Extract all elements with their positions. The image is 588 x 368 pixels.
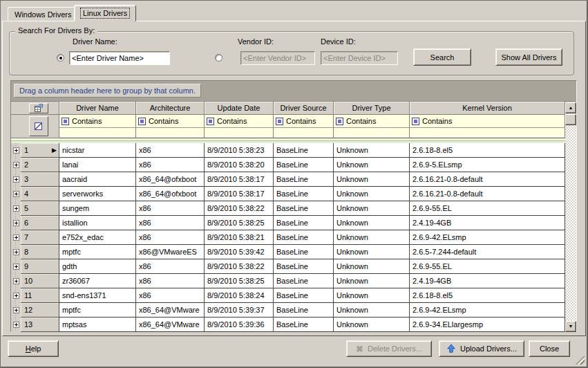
vertical-scrollbar[interactable]: ▲ ▼ — [565, 102, 576, 332]
filter-condition-icon[interactable] — [412, 118, 419, 125]
cell-kernel-version[interactable]: 2.6.9-42.ELsmp — [410, 230, 565, 245]
column-header-driver-name[interactable]: Driver Name — [59, 102, 136, 115]
column-header-driver-type[interactable]: Driver Type — [334, 102, 410, 115]
row-header-cell[interactable]: 9 — [21, 259, 59, 274]
cell-driver-source[interactable]: BaseLine — [274, 143, 334, 158]
expand-icon[interactable] — [13, 234, 19, 241]
row-header-cell[interactable]: 4 — [21, 187, 59, 201]
cell-kernel-version[interactable]: 2.6.18-8.el5 — [410, 143, 565, 158]
cell-driver-name[interactable]: nicstar — [59, 143, 136, 158]
expand-icon[interactable] — [13, 249, 19, 255]
cell-driver-type[interactable]: Unknown — [334, 318, 410, 332]
cell-driver-source[interactable]: BaseLine — [274, 201, 334, 216]
cell-architecture[interactable]: x86 — [136, 201, 205, 216]
cell-driver-source[interactable]: BaseLine — [274, 245, 334, 259]
table-row[interactable]: 1 ▶ nicstar x86 8/9/2010 5:38:23 BaseLin… — [11, 143, 565, 158]
cell-update-date[interactable]: 8/9/2010 5:39:36 — [205, 318, 274, 332]
cell-driver-type[interactable]: Unknown — [334, 172, 410, 187]
filter-condition-kernel-version[interactable]: Contains — [410, 115, 565, 128]
row-header-cell[interactable]: 1 ▶ — [21, 143, 59, 158]
cell-driver-name[interactable]: mptfc — [59, 245, 136, 259]
cell-update-date[interactable]: 8/9/2010 5:38:25 — [205, 274, 274, 288]
vendor-device-radio[interactable] — [215, 54, 222, 62]
help-button[interactable]: Help — [8, 340, 59, 357]
cell-architecture[interactable]: x86_64@VMware — [136, 318, 205, 332]
table-row[interactable]: 2 lanai x86 8/9/2010 5:38:20 BaseLine Un… — [11, 158, 565, 172]
cell-driver-type[interactable]: Unknown — [334, 245, 410, 259]
filter-input-update-date[interactable] — [205, 128, 274, 138]
cell-driver-source[interactable]: BaseLine — [274, 158, 334, 172]
scroll-down-button[interactable]: ▼ — [565, 321, 576, 332]
cell-update-date[interactable]: 8/9/2010 5:38:22 — [205, 201, 274, 216]
cell-update-date[interactable]: 8/9/2010 5:38:23 — [205, 143, 274, 158]
cell-driver-name[interactable]: snd-ens1371 — [59, 288, 136, 303]
tab-windows-drivers[interactable]: Windows Drivers — [8, 7, 79, 21]
cell-update-date[interactable]: 8/9/2010 5:38:17 — [205, 187, 274, 201]
row-header-cell[interactable]: 5 — [21, 201, 59, 216]
scrollbar-thumb[interactable] — [565, 114, 576, 125]
table-row[interactable]: 8 mptfc x86@VMwareES 8/9/2010 5:39:42 Ba… — [11, 245, 565, 259]
expand-icon[interactable] — [13, 191, 19, 197]
cell-driver-source[interactable]: BaseLine — [274, 230, 334, 245]
cell-driver-type[interactable]: Unknown — [334, 187, 410, 201]
column-header-kernel-version[interactable]: Kernel Version — [410, 102, 565, 115]
expand-icon[interactable] — [13, 307, 19, 313]
cell-driver-type[interactable]: Unknown — [334, 288, 410, 303]
cell-driver-source[interactable]: BaseLine — [274, 216, 334, 230]
cell-architecture[interactable]: x86 — [136, 259, 205, 274]
filter-input-driver-source[interactable] — [274, 128, 334, 138]
filter-condition-icon[interactable] — [336, 118, 343, 125]
row-header-cell[interactable]: 11 — [21, 288, 59, 303]
expand-icon[interactable] — [13, 220, 19, 226]
cell-driver-name[interactable]: lanai — [59, 158, 136, 172]
cell-driver-source[interactable]: BaseLine — [274, 318, 334, 332]
tab-linux-drivers[interactable]: Linux Drivers — [74, 5, 136, 21]
driver-name-radio[interactable] — [57, 54, 64, 62]
cell-kernel-version[interactable]: 2.6.9-55.EL — [410, 201, 565, 216]
column-header-update-date[interactable]: Update Date — [205, 102, 274, 115]
cell-driver-source[interactable]: BaseLine — [274, 274, 334, 288]
table-row[interactable]: 3 aacraid x86_64@ofxboot 8/9/2010 5:38:1… — [11, 172, 565, 187]
cell-update-date[interactable]: 8/9/2010 5:38:20 — [205, 158, 274, 172]
row-header-cell[interactable]: 6 — [21, 216, 59, 230]
table-row[interactable]: 5 sungem x86 8/9/2010 5:38:22 BaseLine U… — [11, 201, 565, 216]
cell-architecture[interactable]: x86 — [136, 230, 205, 245]
table-row[interactable]: 12 mptfc x86_64@VMware 8/9/2010 5:39:37 … — [11, 303, 565, 318]
table-row[interactable]: 4 serverworks x86_64@ofxboot 8/9/2010 5:… — [11, 187, 565, 201]
table-row[interactable]: 9 gdth x86 8/9/2010 5:38:22 BaseLine Unk… — [11, 259, 565, 274]
cell-kernel-version[interactable]: 2.6.18-8.el5 — [410, 288, 565, 303]
scroll-up-button[interactable]: ▲ — [565, 102, 576, 113]
cell-update-date[interactable]: 8/9/2010 5:38:21 — [205, 230, 274, 245]
table-row[interactable]: 6 istallion x86 8/9/2010 5:38:25 BaseLin… — [11, 216, 565, 230]
filter-condition-update-date[interactable]: Contains — [205, 115, 274, 128]
table-row[interactable]: 10 zr36067 x86 8/9/2010 5:38:25 BaseLine… — [11, 274, 565, 288]
vendor-id-input[interactable] — [240, 51, 315, 65]
cell-driver-type[interactable]: Unknown — [334, 230, 410, 245]
cell-driver-type[interactable]: Unknown — [334, 158, 410, 172]
expand-icon[interactable] — [13, 264, 19, 270]
column-header-architecture[interactable]: Architecture — [136, 102, 205, 115]
filter-input-driver-type[interactable] — [334, 128, 410, 138]
cell-architecture[interactable]: x86 — [136, 274, 205, 288]
cell-update-date[interactable]: 8/9/2010 5:38:22 — [205, 259, 274, 274]
driver-name-input[interactable] — [69, 51, 170, 65]
filter-input-driver-name[interactable] — [59, 128, 136, 138]
cell-driver-name[interactable]: aacraid — [59, 172, 136, 187]
resize-grip[interactable] — [576, 356, 585, 365]
cell-architecture[interactable]: x86 — [136, 288, 205, 303]
group-by-drop-area[interactable]: Drag a column header here to group by th… — [11, 81, 576, 102]
cell-driver-source[interactable]: BaseLine — [274, 259, 334, 274]
filter-condition-icon[interactable] — [138, 118, 146, 125]
cell-kernel-version[interactable]: 2.6.9-55.EL — [410, 259, 565, 274]
cell-kernel-version[interactable]: 2.6.9-42.ELsmp — [410, 303, 565, 318]
search-button[interactable]: Search — [413, 48, 471, 66]
cell-driver-name[interactable]: mptsas — [59, 318, 136, 332]
expand-icon[interactable] — [13, 176, 19, 183]
filter-condition-icon[interactable] — [276, 118, 283, 125]
filter-condition-icon[interactable] — [61, 118, 69, 125]
cell-driver-type[interactable]: Unknown — [334, 201, 410, 216]
expand-icon[interactable] — [13, 147, 19, 154]
cell-architecture[interactable]: x86 — [136, 216, 205, 230]
cell-driver-name[interactable]: mptfc — [59, 303, 136, 318]
column-chooser-button[interactable] — [29, 103, 48, 113]
